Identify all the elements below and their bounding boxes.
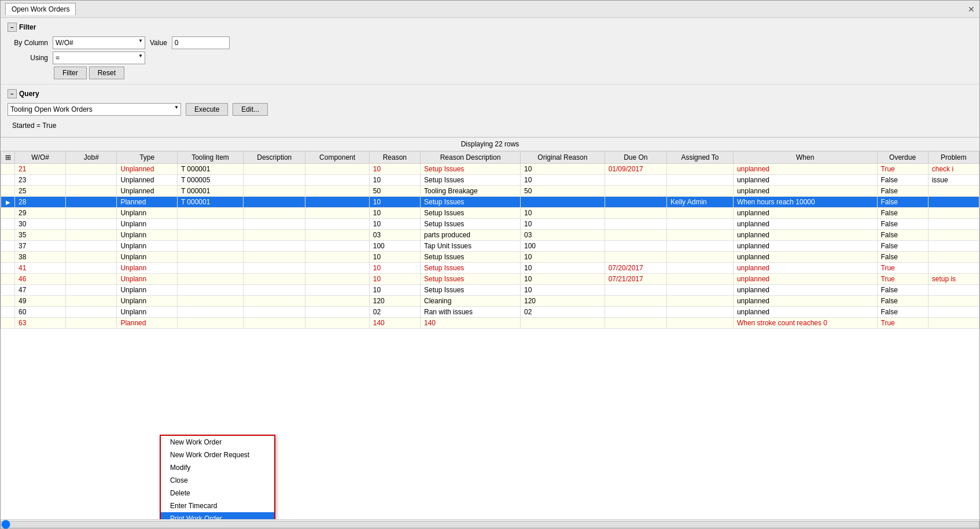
table-row[interactable]: 46Unplann10Setup Issues1007/21/2017unpla… — [1, 274, 979, 285]
cell-reason: 120 — [369, 296, 420, 307]
cell-orig-reason: 50 — [521, 186, 605, 197]
table-row[interactable]: 47Unplann10Setup Issues10unplannedFalse — [1, 285, 979, 296]
filter-button[interactable]: Filter — [54, 67, 87, 79]
open-work-orders-tab[interactable]: Open Work Orders — [5, 3, 76, 15]
cell-when: unplanned — [733, 263, 877, 274]
cell-reason: 02 — [369, 307, 420, 318]
cell-job — [66, 274, 117, 285]
row-indicator — [1, 208, 15, 219]
col-component[interactable]: Component — [305, 152, 369, 164]
table-row[interactable]: 25UnplannedT 00000150Tooling Breakage50u… — [1, 186, 979, 197]
context-menu-item[interactable]: Delete — [161, 487, 274, 499]
table-row[interactable]: 38Unplann10Setup Issues10unplannedFalse — [1, 252, 979, 263]
title-bar-left: Open Work Orders — [5, 3, 76, 15]
table-row[interactable]: 29Unplann10Setup Issues10unplannedFalse — [1, 208, 979, 219]
context-menu-item[interactable]: Modify — [161, 461, 274, 474]
cell-tooling: T 000001 — [177, 197, 243, 208]
col-wo[interactable]: W/O# — [15, 152, 66, 164]
table-row[interactable]: ▶28PlannedT 00000110Setup IssuesKelly Ad… — [1, 197, 979, 208]
context-menu-item[interactable]: Enter Timecard — [161, 499, 274, 512]
cell-overdue: True — [877, 274, 928, 285]
cell-comp — [305, 164, 369, 175]
query-collapse-button[interactable]: − — [8, 89, 17, 98]
cell-reason: 10 — [369, 197, 420, 208]
col-reason[interactable]: Reason — [369, 152, 420, 164]
cell-overdue: True — [877, 263, 928, 274]
cell-assigned — [667, 230, 734, 241]
col-assigned[interactable]: Assigned To — [667, 152, 734, 164]
cell-orig-reason: 120 — [521, 296, 605, 307]
filter-label: Filter — [19, 23, 36, 31]
query-section: − Query Tooling Open Work Orders Execute… — [1, 85, 979, 137]
cell-wo: 63 — [15, 318, 66, 329]
table-wrapper[interactable]: ⊞ W/O# Job# Type Tooling Item Descriptio… — [1, 151, 979, 519]
cell-type: Planned — [117, 318, 177, 329]
col-job[interactable]: Job# — [66, 152, 117, 164]
cell-assigned — [667, 263, 734, 274]
table-row[interactable]: 21UnplannedT 00000110Setup Issues1001/09… — [1, 164, 979, 175]
cell-type: Unplann — [117, 230, 177, 241]
cell-overdue: False — [877, 285, 928, 296]
cell-problem — [928, 208, 979, 219]
cell-reason-desc: Ran with issues — [420, 307, 520, 318]
reset-button[interactable]: Reset — [89, 67, 124, 79]
cell-reason-desc: Setup Issues — [420, 285, 520, 296]
cell-reason-desc: Tap Unit Issues — [420, 241, 520, 252]
cell-desc — [244, 263, 305, 274]
table-row[interactable]: 41Unplann10Setup Issues1007/20/2017unpla… — [1, 263, 979, 274]
using-select-wrapper: = != < > <= >= contains — [53, 52, 145, 64]
cell-problem: issue — [928, 175, 979, 186]
context-menu-item[interactable]: New Work Order Request — [161, 449, 274, 461]
using-label: Using — [8, 54, 48, 62]
table-row[interactable]: 30Unplann10Setup Issues10unplannedFalse — [1, 219, 979, 230]
table-row[interactable]: 35Unplann03parts produced03unplannedFals… — [1, 230, 979, 241]
row-indicator — [1, 219, 15, 230]
cell-reason-desc: Tooling Breakage — [420, 186, 520, 197]
col-overdue[interactable]: Overdue — [877, 152, 928, 164]
table-row[interactable]: 23UnplannedT 00000510Setup Issues10unpla… — [1, 175, 979, 186]
cell-assigned: Kelly Admin — [667, 197, 734, 208]
cell-problem — [928, 197, 979, 208]
using-select[interactable]: = != < > <= >= contains — [53, 52, 145, 64]
cell-when: unplanned — [733, 219, 877, 230]
table-row[interactable]: 49Unplann120Cleaning120unplannedFalse — [1, 296, 979, 307]
col-reason-desc[interactable]: Reason Description — [420, 152, 520, 164]
cell-reason-desc: Setup Issues — [420, 197, 520, 208]
horizontal-scrollbar[interactable] — [1, 521, 979, 528]
cell-problem — [928, 252, 979, 263]
context-menu-item[interactable]: New Work Order — [161, 436, 274, 449]
col-type[interactable]: Type — [117, 152, 177, 164]
table-row[interactable]: 37Unplann100Tap Unit Issues100unplannedF… — [1, 241, 979, 252]
cell-desc — [244, 186, 305, 197]
cell-tooling — [177, 307, 243, 318]
cell-when: unplanned — [733, 230, 877, 241]
close-button[interactable]: ✕ — [968, 5, 975, 14]
execute-button[interactable]: Execute — [186, 103, 228, 116]
context-menu-item[interactable]: Print Work Order — [161, 512, 274, 519]
table-row[interactable]: 60Unplann02Ran with issues02unplannedFal… — [1, 307, 979, 318]
filter-using-row: Using = != < > <= >= contains — [8, 52, 972, 64]
table-row[interactable]: 63Planned140140When stroke count reaches… — [1, 318, 979, 329]
col-desc[interactable]: Description — [244, 152, 305, 164]
cell-orig-reason: 10 — [521, 164, 605, 175]
edit-button[interactable]: Edit... — [233, 103, 268, 116]
row-indicator — [1, 263, 15, 274]
by-column-select[interactable]: W/O# Job# Type Tooling Item Description … — [53, 36, 145, 49]
cell-problem — [928, 241, 979, 252]
cell-problem: check i — [928, 164, 979, 175]
col-when[interactable]: When — [733, 152, 877, 164]
col-due-on[interactable]: Due On — [605, 152, 666, 164]
cell-comp — [305, 307, 369, 318]
cell-due-on — [605, 296, 666, 307]
col-tooling[interactable]: Tooling Item — [177, 152, 243, 164]
cell-problem — [928, 285, 979, 296]
col-problem[interactable]: Problem — [928, 152, 979, 164]
col-orig-reason[interactable]: Original Reason — [521, 152, 605, 164]
filter-collapse-button[interactable]: − — [8, 23, 17, 32]
cell-assigned — [667, 175, 734, 186]
cell-orig-reason: 10 — [521, 208, 605, 219]
filter-value-input[interactable] — [172, 36, 230, 49]
query-select[interactable]: Tooling Open Work Orders — [8, 103, 181, 116]
criteria-text: Started = True — [8, 119, 972, 132]
context-menu-item[interactable]: Close — [161, 474, 274, 487]
